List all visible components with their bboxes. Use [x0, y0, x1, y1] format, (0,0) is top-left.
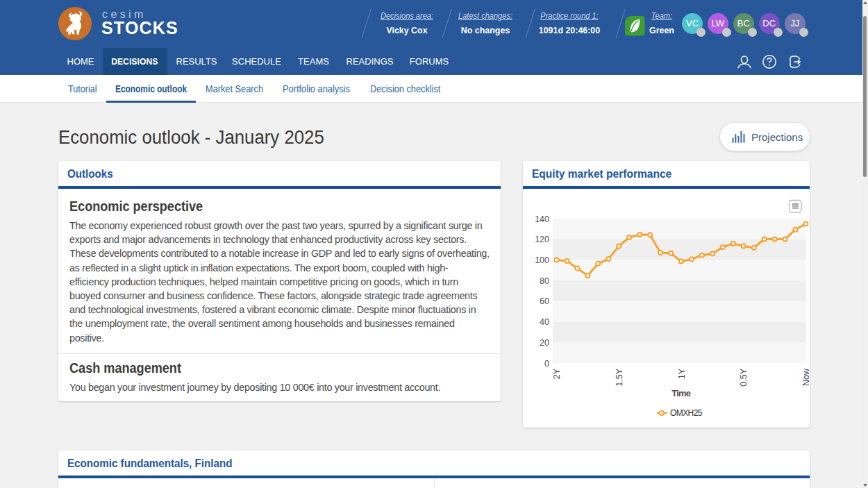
svg-text:OMXH25: OMXH25 — [670, 408, 703, 418]
svg-text:Now: Now — [801, 368, 810, 386]
svg-text:120: 120 — [535, 235, 549, 244]
svg-text:Time: Time — [671, 388, 691, 398]
svg-text:2Y: 2Y — [552, 368, 562, 379]
svg-text:60: 60 — [540, 296, 549, 306]
svg-text:100: 100 — [535, 255, 549, 265]
svg-text:140: 140 — [535, 214, 549, 224]
svg-text:1.5Y: 1.5Y — [615, 368, 624, 386]
svg-text:40: 40 — [540, 317, 549, 327]
svg-text:80: 80 — [540, 276, 549, 286]
svg-text:1Y: 1Y — [677, 368, 687, 379]
svg-text:20: 20 — [540, 338, 549, 348]
svg-text:0: 0 — [544, 359, 549, 369]
svg-text:0.5Y: 0.5Y — [739, 368, 749, 386]
